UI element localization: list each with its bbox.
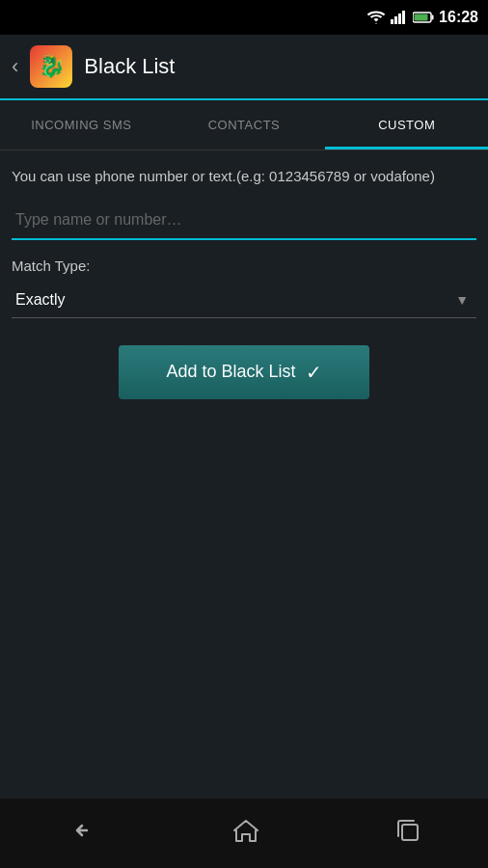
- status-time: 16:28: [439, 9, 478, 26]
- tab-custom[interactable]: CUSTOM: [325, 100, 488, 149]
- app-icon: 🐉: [30, 45, 72, 88]
- match-type-wrapper: Exactly Contains Starts With Ends With R…: [12, 282, 476, 318]
- app-title: Black List: [84, 54, 175, 79]
- svg-rect-0: [391, 19, 393, 24]
- signal-icon: [391, 11, 408, 24]
- svg-rect-7: [402, 825, 418, 840]
- name-number-input[interactable]: [12, 202, 476, 238]
- back-nav-icon: [68, 819, 96, 842]
- home-nav-button[interactable]: [213, 808, 279, 858]
- back-nav-button[interactable]: [48, 809, 116, 857]
- main-content: You can use phone number or text.(e.g: 0…: [0, 150, 488, 415]
- wifi-icon: [366, 11, 386, 24]
- svg-rect-3: [402, 11, 405, 24]
- app-bar: ‹ 🐉 Black List: [0, 35, 488, 100]
- bottom-nav: [0, 799, 488, 868]
- tab-incoming-sms[interactable]: INCOMING SMS: [0, 100, 163, 149]
- tabs: INCOMING SMS CONTACTS CUSTOM: [0, 100, 488, 150]
- checkmark-icon: ✓: [306, 361, 322, 384]
- add-button-label: Add to Black List: [166, 362, 295, 382]
- match-type-label: Match Type:: [12, 258, 476, 274]
- back-button[interactable]: ‹: [12, 54, 18, 79]
- recents-nav-icon: [395, 818, 420, 843]
- svg-rect-6: [415, 14, 428, 21]
- svg-rect-5: [432, 15, 434, 20]
- status-bar: 16:28: [0, 0, 488, 35]
- instruction-text: You can use phone number or text.(e.g: 0…: [12, 166, 476, 188]
- status-icons: 16:28: [366, 9, 478, 26]
- recents-nav-button[interactable]: [376, 808, 440, 858]
- svg-rect-1: [394, 16, 397, 24]
- svg-rect-2: [398, 14, 401, 24]
- add-to-blacklist-button[interactable]: Add to Black List ✓: [119, 345, 369, 399]
- home-nav-icon: [232, 818, 259, 843]
- input-container: [12, 202, 476, 240]
- tab-contacts[interactable]: CONTACTS: [163, 100, 326, 149]
- battery-icon: [413, 12, 434, 23]
- match-type-dropdown[interactable]: Exactly Contains Starts With Ends With R…: [12, 282, 476, 318]
